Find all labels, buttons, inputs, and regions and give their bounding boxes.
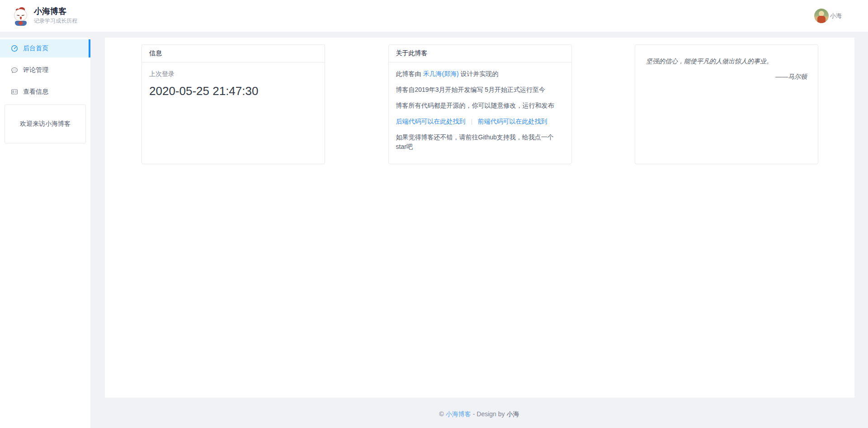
comments-icon: [11, 67, 18, 74]
sidebar: 后台首页 评论管理 查看信息: [0, 38, 90, 428]
app-header: 小海博客 记录学习成长历程 小海: [0, 0, 868, 32]
sidebar-item-label: 评论管理: [23, 66, 48, 74]
brand-text: 小海博客 记录学习成长历程: [34, 7, 77, 25]
footer-author: 小海: [507, 410, 519, 418]
last-login-label: 上次登录: [149, 69, 317, 79]
page-footer: ©小海博客- Design by小海: [90, 398, 868, 428]
footer-site-link[interactable]: 小海博客: [446, 410, 471, 418]
welcome-box: 欢迎来访小海博客: [5, 105, 86, 143]
last-login-value: 2020-05-25 21:47:30: [149, 82, 317, 100]
sidebar-item-label: 后台首页: [23, 44, 48, 52]
about-card-title: 关于此博客: [389, 45, 571, 62]
about-line-history: 博客自2019年3月开始开发编写 5月开始正式运行至今: [396, 85, 564, 95]
username: 小海: [830, 12, 842, 20]
about-code-links: 后端代码可以在此处找到前端代码可以在此处找到: [396, 117, 564, 126]
author-link[interactable]: 禾几海(郑海): [423, 70, 458, 77]
info-card-body: 上次登录 2020-05-25 21:47:30: [142, 62, 325, 107]
site-subtitle: 记录学习成长历程: [34, 17, 77, 25]
about-line-author: 此博客由 禾几海(郑海) 设计并实现的: [396, 69, 564, 79]
sidebar-item-view-info[interactable]: 查看信息: [0, 83, 90, 101]
info-card-title: 信息: [142, 45, 325, 62]
sidebar-item-dashboard[interactable]: 后台首页: [0, 39, 90, 57]
site-logo-icon: [12, 6, 30, 26]
quote-card-body: 坚强的信心，能使平凡的人做出惊人的事业。 ——马尔顿: [635, 45, 818, 94]
frontend-code-link[interactable]: 前端代码可以在此处找到: [478, 118, 547, 125]
site-title: 小海博客: [34, 7, 77, 16]
info-card: 信息 上次登录 2020-05-25 21:47:30: [142, 44, 325, 164]
id-card-icon: [11, 88, 18, 95]
user-avatar: [814, 9, 829, 23]
user-menu[interactable]: 小海: [814, 9, 842, 23]
vertical-divider: [472, 119, 472, 125]
quote-author: ——马尔顿: [646, 73, 807, 81]
welcome-text: 欢迎来访小海博客: [20, 120, 71, 128]
quote-text: 坚强的信心，能使平凡的人做出惊人的事业。: [646, 57, 807, 66]
cards-row: 信息 上次登录 2020-05-25 21:47:30 关于此博客 此博客由 禾…: [105, 38, 854, 164]
dashboard-icon: [11, 45, 18, 52]
backend-code-link[interactable]: 后端代码可以在此处找到: [396, 118, 466, 125]
footer-design-by: - Design by: [473, 410, 505, 418]
quote-card: 坚强的信心，能使平凡的人做出惊人的事业。 ——马尔顿: [635, 44, 818, 164]
brand[interactable]: 小海博客 记录学习成长历程: [12, 6, 77, 26]
sidebar-item-label: 查看信息: [23, 88, 48, 96]
main-content: 信息 上次登录 2020-05-25 21:47:30 关于此博客 此博客由 禾…: [105, 38, 854, 398]
about-card-body: 此博客由 禾几海(郑海) 设计并实现的 博客自2019年3月开始开发编写 5月开…: [389, 62, 571, 165]
about-line-opensource: 博客所有代码都是开源的，你可以随意修改，运行和发布: [396, 101, 564, 110]
sidebar-item-comments[interactable]: 评论管理: [0, 61, 90, 79]
about-card: 关于此博客 此博客由 禾几海(郑海) 设计并实现的 博客自2019年3月开始开发…: [388, 44, 572, 164]
about-line-star: 如果觉得博客还不错，请前往Github支持我，给我点一个star吧: [396, 133, 564, 152]
copyright-symbol: ©: [439, 410, 443, 418]
sidebar-nav: 后台首页 评论管理 查看信息: [0, 39, 90, 101]
